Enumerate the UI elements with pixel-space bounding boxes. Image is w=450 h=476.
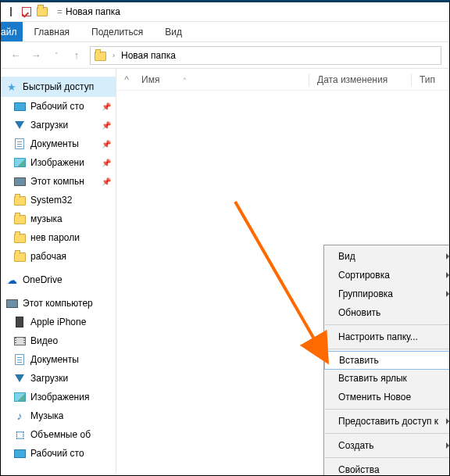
sidebar-item-documents[interactable]: Документы📌 — [1, 134, 116, 153]
ctx-customize[interactable]: Настроить папку... — [324, 327, 450, 346]
sidebar-item-desktop[interactable]: Рабочий сто📌 — [1, 97, 116, 116]
ctx-separator — [325, 409, 450, 410]
ctx-refresh[interactable]: Обновить — [324, 303, 450, 322]
sidebar-item-work[interactable]: рабочая — [1, 247, 116, 266]
chevron-right-icon[interactable]: › — [112, 52, 115, 59]
sidebar-item-system32[interactable]: System32 — [1, 191, 116, 209]
pin-icon: 📌 — [102, 177, 111, 186]
tab-view[interactable]: Вид — [154, 22, 193, 41]
ctx-properties[interactable]: Свойства — [324, 460, 450, 476]
back-button[interactable]: ← — [9, 48, 23, 63]
pc-icon — [5, 297, 18, 310]
folder-icon — [13, 213, 26, 225]
video-icon — [13, 335, 26, 347]
column-date[interactable]: Дата изменения — [317, 74, 411, 85]
sidebar-item-videos[interactable]: Видео — [1, 331, 116, 350]
column-type[interactable]: Тип — [420, 74, 449, 85]
folder-icon — [13, 194, 26, 206]
sidebar-item-downloads[interactable]: Загрузки📌 — [1, 116, 116, 134]
ctx-separator — [325, 349, 450, 349]
ctx-paste[interactable]: Вставить — [324, 351, 450, 370]
ctx-group[interactable]: Группировка — [324, 285, 450, 303]
sidebar-item-passwords[interactable]: нев пароли — [1, 228, 116, 247]
sidebar-item-pictures-pc[interactable]: Изображения — [1, 388, 116, 406]
window-title: Новая папка — [66, 6, 120, 17]
phone-icon — [13, 316, 26, 328]
tab-share[interactable]: Поделиться — [80, 22, 154, 41]
pin-icon: 📌 — [102, 159, 111, 167]
cube-icon: ⬚ — [13, 428, 26, 441]
recent-dropdown[interactable]: ˅ — [49, 48, 63, 63]
tab-file[interactable]: айл — [1, 22, 23, 41]
address-folder-icon — [94, 49, 106, 62]
forward-button[interactable]: → — [29, 48, 43, 63]
document-icon — [13, 353, 26, 366]
sort-indicator-icon: ^ — [183, 76, 186, 83]
column-name[interactable]: Имя — [141, 74, 159, 85]
image-icon — [13, 391, 26, 403]
ctx-undo[interactable]: Отменить НовоеCTR — [324, 388, 450, 406]
ctx-separator — [325, 324, 450, 325]
folder-icon — [13, 250, 26, 263]
navigation-pane: ★ Быстрый доступ Рабочий сто📌 Загрузки📌 … — [1, 69, 116, 473]
sidebar-item-documents-pc[interactable]: Документы — [1, 350, 116, 369]
sidebar-item-downloads-pc[interactable]: Загрузки — [1, 369, 116, 388]
quick-access-toolbar — [4, 5, 49, 19]
sort-handle[interactable]: ^ — [116, 74, 137, 85]
context-menu: Вид Сортировка Группировка Обновить Наст… — [323, 245, 450, 476]
sidebar-head-label: Быстрый доступ — [23, 81, 94, 92]
address-segment[interactable]: Новая папка — [121, 50, 176, 61]
folder-qat-icon[interactable] — [35, 5, 49, 19]
tab-home[interactable]: Главная — [23, 22, 80, 41]
properties-qat-icon[interactable] — [20, 5, 34, 19]
ctx-paste-shortcut[interactable]: Вставить ярлык — [324, 369, 450, 388]
app-icon — [4, 5, 18, 19]
sidebar-item-music-folder[interactable]: музыка — [1, 209, 116, 228]
address-row: ← → ˅ ↑ › Новая папка — [1, 42, 449, 69]
sidebar-onedrive[interactable]: ☁OneDrive — [1, 270, 116, 289]
music-icon: ♪ — [13, 410, 26, 422]
ctx-sort[interactable]: Сортировка — [324, 266, 450, 285]
sidebar-item-iphone[interactable]: Apple iPhone — [1, 313, 116, 331]
ctx-share[interactable]: Предоставить доступ к — [324, 412, 450, 431]
desktop-icon — [13, 100, 26, 113]
pin-icon: 📌 — [102, 140, 111, 149]
onedrive-icon: ☁ — [5, 274, 18, 286]
download-icon — [13, 119, 26, 131]
up-button[interactable]: ↑ — [70, 48, 84, 63]
pin-icon: 📌 — [102, 121, 111, 130]
sidebar-quick-access[interactable]: ★ Быстрый доступ — [1, 77, 116, 97]
sidebar-item-3d[interactable]: ⬚Объемные об — [1, 425, 116, 444]
folder-icon — [13, 231, 26, 244]
sidebar-item-pictures[interactable]: Изображени📌 — [1, 153, 116, 172]
column-headers: ^ Имя^ Дата изменения Тип — [116, 69, 449, 91]
sidebar-item-desktop-pc[interactable]: Рабочий сто — [1, 444, 116, 463]
pc-icon — [13, 175, 26, 188]
document-icon — [13, 138, 26, 150]
ctx-view[interactable]: Вид — [324, 247, 450, 266]
ctx-separator — [325, 433, 450, 434]
ribbon-tabs: айл Главная Поделиться Вид — [1, 22, 449, 42]
image-icon — [13, 156, 26, 169]
sidebar-item-music-pc[interactable]: ♪Музыка — [1, 406, 116, 425]
sidebar-item-thispc-pin[interactable]: Этот компьн📌 — [1, 172, 116, 191]
title-bar: = Новая папка — [1, 2, 449, 22]
pin-icon: 📌 — [102, 102, 111, 111]
address-bar[interactable]: › Новая папка — [90, 46, 441, 65]
qat-separator: = — [57, 6, 62, 17]
desktop-icon — [13, 447, 26, 460]
ctx-separator — [325, 457, 450, 458]
ctx-new[interactable]: Создать — [324, 436, 450, 455]
download-icon — [13, 372, 26, 385]
sidebar-thispc[interactable]: Этот компьютер — [1, 294, 116, 313]
star-icon: ★ — [5, 81, 18, 93]
